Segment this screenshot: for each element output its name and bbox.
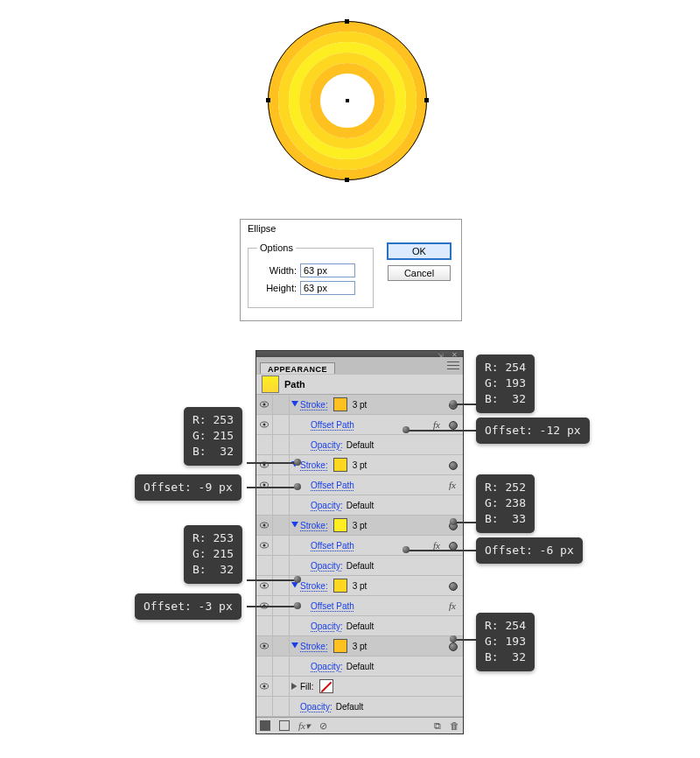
offset-label[interactable]: Offset Path [311, 420, 354, 430]
stroke-weight-5[interactable]: 3 pt [353, 642, 368, 651]
visibility-toggle[interactable] [256, 455, 273, 474]
artwork-canvas [260, 13, 435, 188]
stroke-label[interactable]: Stroke: [300, 642, 328, 651]
stroke-weight-4[interactable]: 3 pt [353, 581, 368, 591]
stroke-row-2[interactable]: Stroke: 3 pt [256, 455, 463, 475]
ok-button[interactable]: OK [387, 242, 452, 260]
callout-rgb-3: R: 252 G: 238 B: 33 [476, 474, 535, 533]
offset-label[interactable]: Offset Path [311, 481, 354, 490]
stroke-label[interactable]: Stroke: [300, 400, 328, 410]
callout-offset-3: Offset: -6 px [476, 537, 583, 564]
opacity-value: Default [346, 501, 374, 510]
stroke-row-1[interactable]: Stroke: 3 pt [256, 395, 463, 415]
offset-row-3[interactable]: Offset Path fx [256, 536, 463, 556]
new-fill-icon[interactable] [260, 720, 270, 731]
fill-swatch-none[interactable] [319, 679, 333, 693]
panel-titlebar[interactable]: ⇲ ✕ [256, 351, 463, 357]
callout-rgb-1: R: 254 G: 193 B: 32 [476, 354, 535, 413]
visibility-toggle[interactable] [256, 636, 273, 656]
stroke-swatch-5[interactable] [333, 639, 347, 653]
fill-row[interactable]: Fill: [256, 677, 463, 697]
disclosure-icon[interactable] [290, 582, 300, 589]
path-label: Path [284, 379, 305, 390]
width-input[interactable] [300, 263, 355, 277]
stroke-label[interactable]: Stroke: [300, 521, 328, 530]
fx-indicator[interactable]: fx [449, 480, 456, 490]
stroke-weight-3[interactable]: 3 pt [353, 521, 368, 530]
disclosure-icon[interactable] [290, 642, 300, 649]
stroke-swatch-2[interactable] [333, 458, 347, 472]
svg-point-16 [263, 585, 266, 587]
knob[interactable] [449, 461, 458, 470]
opacity-row-5[interactable]: Opacity: Default [256, 656, 463, 677]
opacity-label[interactable]: Opacity: [311, 662, 343, 671]
stroke-weight-1[interactable]: 3 pt [353, 400, 368, 410]
stroke-row-3[interactable]: Stroke: 3 pt [256, 516, 463, 536]
appearance-list: Stroke: 3 pt Offset Path fx Opacity: Def… [256, 395, 463, 717]
opacity-label[interactable]: Opacity: [311, 621, 343, 631]
stroke-row-5[interactable]: Stroke: 3 pt [256, 636, 463, 656]
offset-row-2[interactable]: Offset Path fx [256, 475, 463, 495]
fx-indicator[interactable]: fx [433, 419, 440, 430]
cancel-button[interactable]: Cancel [388, 265, 451, 281]
opacity-row-1[interactable]: Opacity: Default [256, 435, 463, 455]
opacity-value: Default [346, 561, 374, 571]
stroke-swatch-3[interactable] [333, 518, 347, 532]
opacity-row-final[interactable]: Opacity: Default [256, 697, 463, 717]
handle-s[interactable] [345, 178, 349, 182]
path-header[interactable]: Path [256, 375, 463, 395]
stroke-label[interactable]: Stroke: [300, 460, 328, 470]
visibility-toggle[interactable] [256, 516, 273, 535]
visibility-toggle[interactable] [256, 677, 273, 696]
handle-n[interactable] [345, 19, 349, 24]
stroke-label[interactable]: Stroke: [300, 581, 328, 591]
stroke-swatch-1[interactable] [333, 397, 347, 411]
handle-w[interactable] [266, 98, 270, 102]
offset-label[interactable]: Offset Path [311, 541, 354, 551]
disclosure-icon[interactable] [290, 401, 300, 408]
opacity-value: Default [346, 662, 374, 671]
disclosure-icon[interactable] [290, 683, 300, 690]
opacity-row-2[interactable]: Opacity: Default [256, 495, 463, 516]
callout-rgb-2: R: 253 G: 215 B: 32 [184, 407, 242, 466]
offset-label[interactable]: Offset Path [311, 601, 354, 611]
add-effect-icon[interactable]: fx▾ [298, 720, 311, 732]
offset-row-1[interactable]: Offset Path fx [256, 415, 463, 435]
visibility-toggle[interactable] [256, 415, 273, 434]
opacity-label[interactable]: Opacity: [300, 702, 332, 712]
opacity-label[interactable]: Opacity: [311, 561, 343, 571]
opacity-label[interactable]: Opacity: [311, 501, 343, 510]
stroke-swatch-4[interactable] [333, 579, 347, 593]
visibility-toggle[interactable] [256, 536, 273, 555]
opacity-value: Default [346, 440, 374, 450]
knob[interactable] [449, 421, 458, 430]
svg-point-24 [263, 685, 266, 688]
panel-footer: fx▾ ⊘ ⧉ 🗑 [256, 717, 463, 733]
duplicate-icon[interactable]: ⧉ [434, 720, 441, 732]
svg-point-21 [263, 645, 266, 648]
svg-point-1 [263, 404, 266, 406]
opacity-label[interactable]: Opacity: [311, 440, 343, 450]
handle-e[interactable] [424, 98, 429, 102]
knob[interactable] [449, 642, 458, 651]
trash-icon[interactable]: 🗑 [450, 720, 459, 731]
new-stroke-icon[interactable] [279, 720, 290, 731]
visibility-toggle[interactable] [256, 475, 273, 495]
opacity-row-3[interactable]: Opacity: Default [256, 556, 463, 576]
fill-label[interactable]: Fill: [300, 682, 314, 691]
clear-appearance-icon[interactable]: ⊘ [319, 720, 327, 732]
knob[interactable] [449, 582, 458, 591]
svg-point-14 [263, 544, 266, 547]
visibility-toggle[interactable] [256, 395, 273, 414]
panel-tabbar: APPEARANCE [256, 357, 463, 375]
center-point [346, 99, 349, 102]
opacity-row-4[interactable]: Opacity: Default [256, 616, 463, 636]
svg-point-4 [263, 424, 266, 426]
panel-menu-icon[interactable] [447, 360, 459, 370]
opacity-value: Default [346, 621, 374, 631]
tab-appearance[interactable]: APPEARANCE [260, 362, 335, 374]
fx-indicator[interactable]: fx [449, 600, 456, 611]
stroke-weight-2[interactable]: 3 pt [353, 460, 368, 470]
height-input[interactable] [300, 281, 355, 295]
disclosure-icon[interactable] [290, 522, 300, 529]
